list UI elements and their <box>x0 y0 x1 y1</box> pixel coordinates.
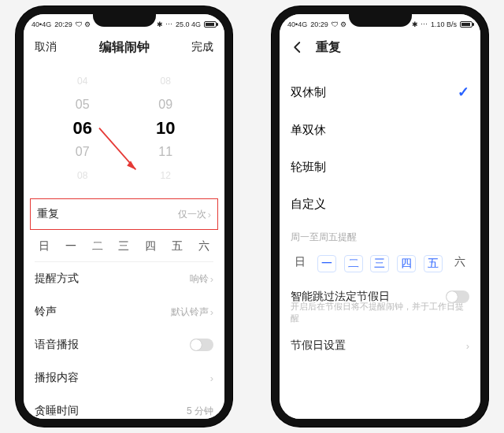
voice-toggle[interactable] <box>190 339 213 351</box>
hour-opt: 08 <box>77 164 87 187</box>
chevron-right-icon: › <box>466 340 469 352</box>
weekday[interactable]: 一 <box>61 239 80 254</box>
check-icon: ✓ <box>458 83 469 101</box>
skip-toggle[interactable] <box>446 291 469 303</box>
phone-left: 40•4G 20:29 🛡 ⚙ ✱ ⋯ 25.0 4G 取消 编辑闹钟 完成 0… <box>16 6 232 427</box>
done-button[interactable]: 完成 <box>191 40 213 54</box>
weekday[interactable]: 日 <box>291 255 309 272</box>
chevron-right-icon: › <box>208 209 211 220</box>
hour-opt: 05 <box>76 93 90 117</box>
minute-opt: 11 <box>158 140 172 164</box>
remind-row[interactable]: 提醒方式 响铃› <box>24 262 224 295</box>
repeat-row[interactable]: 重复 仅一次› <box>30 198 218 230</box>
page-title: 重复 <box>316 39 341 56</box>
navbar-repeat: 重复 <box>280 33 480 61</box>
option-label: 双休制 <box>291 85 326 100</box>
weekday[interactable]: 四 <box>141 239 160 254</box>
weekday-caption: 周一至周五提醒 <box>280 223 480 249</box>
cancel-button[interactable]: 取消 <box>35 40 57 54</box>
ringtone-label: 铃声 <box>35 305 57 319</box>
snooze-row[interactable]: 贪睡时间 5 分钟 <box>24 394 224 427</box>
net-right: 25.0 4G <box>176 20 201 28</box>
minute-selected: 10 <box>156 117 175 140</box>
back-button[interactable] <box>291 40 305 54</box>
weekday-on[interactable]: 三 <box>370 255 389 272</box>
content-row[interactable]: 播报内容 › <box>24 361 224 394</box>
repeat-value: 仅一次 <box>178 208 206 221</box>
chevron-right-icon: › <box>210 306 213 318</box>
minute-opt: 12 <box>161 164 171 187</box>
weekday[interactable]: 日 <box>35 239 54 254</box>
snooze-value: 5 分钟 <box>187 405 213 418</box>
status-icons: 🛡 ⚙ <box>332 20 347 28</box>
holiday-label: 节假日设置 <box>291 339 346 353</box>
notch <box>93 14 156 27</box>
weekday-bar: 日 一 二 三 四 五 六 <box>280 249 480 280</box>
status-time: 20:29 <box>310 20 328 28</box>
option-label: 轮班制 <box>291 160 326 175</box>
voice-row[interactable]: 语音播报 <box>24 328 224 361</box>
option-label: 自定义 <box>291 197 326 212</box>
chevron-right-icon: › <box>210 273 213 285</box>
phone-right: 40•4G 20:29 🛡 ⚙ ✱ ⋯ 1.10 B/s 重复 双休制 ✓ 单双… <box>272 6 488 427</box>
option-custom[interactable]: 自定义 <box>280 186 480 223</box>
minute-opt: 09 <box>158 93 172 117</box>
weekday[interactable]: 六 <box>195 239 213 254</box>
ringtone-row[interactable]: 铃声 默认铃声› <box>24 295 224 328</box>
bt-icon: ✱ ⋯ <box>157 20 172 28</box>
remind-label: 提醒方式 <box>35 272 79 286</box>
option-single-double[interactable]: 单双休 <box>280 112 480 149</box>
weekday-bar: 日 一 二 三 四 五 六 <box>24 233 224 261</box>
signal-icon: 40•4G <box>32 20 51 28</box>
option-label: 单双休 <box>291 123 326 138</box>
hour-opt: 04 <box>77 69 87 93</box>
screen-edit-alarm: 40•4G 20:29 🛡 ⚙ ✱ ⋯ 25.0 4G 取消 编辑闹钟 完成 0… <box>24 14 224 419</box>
voice-label: 语音播报 <box>35 338 79 352</box>
option-shift[interactable]: 轮班制 <box>280 149 480 186</box>
option-double-rest[interactable]: 双休制 ✓ <box>280 72 480 112</box>
weekday-on[interactable]: 四 <box>397 255 416 272</box>
notch <box>349 14 412 27</box>
net-right: 1.10 B/s <box>431 20 457 28</box>
chevron-right-icon: › <box>210 372 213 384</box>
weekday[interactable]: 六 <box>450 255 469 272</box>
battery-icon <box>204 21 217 28</box>
time-picker[interactable]: 04 05 06 07 08 08 09 10 11 12 <box>24 61 224 195</box>
weekday[interactable]: 三 <box>114 239 133 254</box>
skip-sub: 开启后在节假日将不提醒闹钟，并于工作日提醒 <box>280 301 480 329</box>
status-time: 20:29 <box>54 20 72 28</box>
screen-repeat: 40•4G 20:29 🛡 ⚙ ✱ ⋯ 1.10 B/s 重复 双休制 ✓ 单双… <box>280 14 480 419</box>
minute-column[interactable]: 08 09 10 11 12 <box>124 61 208 195</box>
weekday-on[interactable]: 二 <box>344 255 363 272</box>
bt-icon: ✱ ⋯ <box>412 20 428 28</box>
weekday[interactable]: 五 <box>168 239 187 254</box>
remind-value: 响铃 <box>190 272 209 286</box>
page-title: 编辑闹钟 <box>99 39 150 56</box>
navbar-edit: 取消 编辑闹钟 完成 <box>24 33 224 61</box>
weekday-on[interactable]: 一 <box>317 255 336 272</box>
repeat-label: 重复 <box>37 207 59 221</box>
status-icons: 🛡 ⚙ <box>76 20 91 28</box>
content-label: 播报内容 <box>35 371 79 385</box>
weekday[interactable]: 二 <box>88 239 107 254</box>
holiday-settings-row[interactable]: 节假日设置 › <box>280 329 480 362</box>
snooze-label: 贪睡时间 <box>35 404 79 418</box>
signal-icon: 40•4G <box>287 20 307 28</box>
hour-opt: 07 <box>76 140 90 164</box>
weekday-on[interactable]: 五 <box>424 255 443 272</box>
hour-column[interactable]: 04 05 06 07 08 <box>41 61 124 195</box>
ringtone-value: 默认铃声 <box>171 305 209 319</box>
hour-selected: 06 <box>73 117 92 140</box>
battery-icon <box>460 21 472 28</box>
minute-opt: 08 <box>161 69 171 93</box>
